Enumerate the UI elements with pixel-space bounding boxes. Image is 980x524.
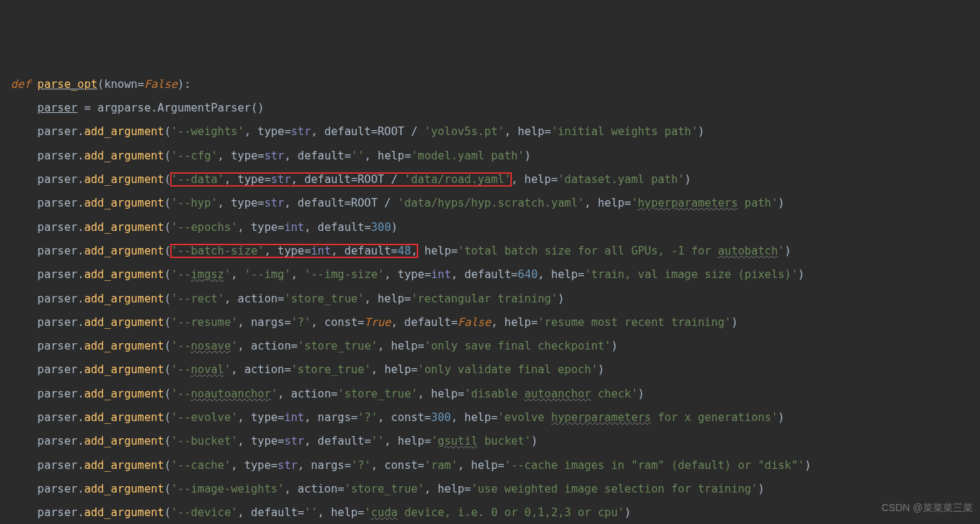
code-line: parser.add_argument('--noval', action='s… [11, 363, 605, 376]
code-line: parser = argparse.ArgumentParser() [11, 102, 264, 114]
code-line: parser.add_argument('--imgsz', '--img', … [11, 268, 805, 281]
code-editor[interactable]: def parse_opt(known=False): parser = arg… [11, 73, 980, 524]
code-line: parser.add_argument('--nosave', action='… [11, 340, 618, 352]
code-line: parser.add_argument('--rect', action='st… [11, 292, 565, 305]
fn-name: parse_opt [37, 78, 97, 91]
highlight-batch-size-arg: '--batch-size', type=int, default=48, [171, 244, 417, 257]
code-line: parser.add_argument('--bucket', type=str… [11, 435, 538, 448]
code-line: parser.add_argument('--hyp', type=str, d… [11, 197, 785, 209]
code-line: parser.add_argument('--noautoanchor', ac… [11, 387, 645, 400]
code-line: def parse_opt(known=False): [11, 78, 191, 91]
keyword-def: def [11, 78, 37, 91]
code-line: parser.add_argument('--device', default=… [11, 506, 631, 519]
highlight-data-arg: '--data', type=str, default=ROOT / 'data… [171, 173, 511, 186]
code-line: parser.add_argument('--batch-size', type… [11, 244, 791, 257]
code-line: parser.add_argument('--resume', nargs='?… [11, 316, 738, 329]
keyword-false: False [144, 78, 178, 91]
code-line: parser.add_argument('--cfg', type=str, d… [11, 149, 531, 162]
code-line: parser.add_argument('--data', type=str, … [11, 173, 691, 186]
code-line: parser.add_argument('--cache', type=str,… [11, 459, 811, 472]
code-line: parser.add_argument('--image-weights', a… [11, 483, 765, 495]
code-line: parser.add_argument('--epochs', type=int… [11, 221, 397, 234]
code-line: parser.add_argument('--evolve', type=int… [11, 411, 785, 424]
code-line: parser.add_argument('--weights', type=st… [11, 125, 705, 138]
